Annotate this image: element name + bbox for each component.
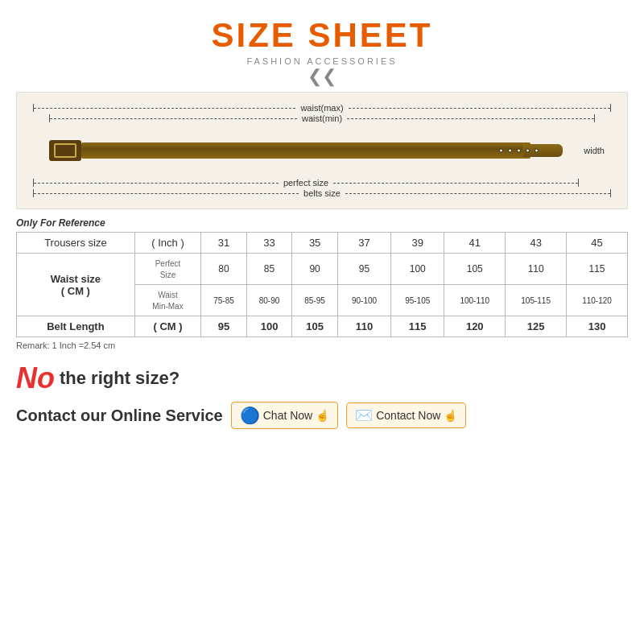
ps-100: 100 <box>391 254 444 285</box>
wm-95-105: 95-105 <box>391 285 444 316</box>
remark-text: Remark: 1 Inch =2.54 cm <box>16 341 628 350</box>
bottom-section: No the right size? Contact our Online Se… <box>16 361 628 429</box>
ps-85: 85 <box>246 254 292 285</box>
wm-110-120: 110-120 <box>567 285 628 316</box>
wm-105-115: 105-115 <box>506 285 567 316</box>
bl-130: 130 <box>567 316 628 337</box>
no-text: No <box>16 361 55 395</box>
hand-icon-contact: ☝ <box>444 409 457 422</box>
size-39: 39 <box>391 233 444 254</box>
belts-size-label: belts size <box>299 188 345 198</box>
bl-115: 115 <box>391 316 444 337</box>
trousers-size-cell: Trousers size <box>17 233 135 254</box>
perfect-size-row: Waist size( CM ) PerfectSize 80 85 90 95… <box>17 254 628 285</box>
ps-95: 95 <box>337 254 390 285</box>
page-title: SIZE SHEET <box>211 16 432 55</box>
bl-95: 95 <box>201 316 247 337</box>
waist-min-line: waist(min) <box>49 114 595 123</box>
waist-max-line: waist(max) <box>33 103 611 113</box>
size-37: 37 <box>337 233 390 254</box>
ps-105: 105 <box>444 254 506 285</box>
size-table: Trousers size ( Inch ) 31 33 35 37 39 41… <box>16 232 628 337</box>
belt-diagram: waist(max) waist(min) width <box>16 92 628 209</box>
belt-holes <box>499 149 539 153</box>
perfect-size-sub: PerfectSize <box>134 254 200 285</box>
ps-80: 80 <box>201 254 247 285</box>
size-35: 35 <box>292 233 338 254</box>
no-size-label: the right size? <box>60 368 180 389</box>
mail-icon: ✉️ <box>355 407 373 424</box>
ps-115: 115 <box>567 254 628 285</box>
belt-length-cm: ( CM ) <box>134 316 200 337</box>
belt-visual: width <box>33 126 611 175</box>
only-ref-text: Only For Reference <box>16 217 628 229</box>
contact-label: Contact our Online Service <box>16 407 223 425</box>
ps-90: 90 <box>292 254 338 285</box>
table-section: Only For Reference Trousers size ( Inch … <box>16 217 628 350</box>
wm-90-100: 90-100 <box>337 285 390 316</box>
chat-now-label: Chat Now <box>263 409 312 422</box>
subtitle: FASHION ACCESSORIES <box>246 56 397 66</box>
perfect-size-line: perfect size <box>33 178 579 188</box>
belt-buckle <box>49 140 81 161</box>
waist-min-label: waist(min) <box>297 114 347 123</box>
bl-120: 120 <box>444 316 506 337</box>
inch-cell: ( Inch ) <box>134 233 200 254</box>
wm-80-90: 80-90 <box>246 285 292 316</box>
bl-110: 110 <box>337 316 390 337</box>
waist-minmax-sub: WaistMin-Max <box>134 285 200 316</box>
size-33: 33 <box>246 233 292 254</box>
bl-100: 100 <box>246 316 292 337</box>
contact-now-label: Contact Now <box>376 409 440 422</box>
chat-now-button[interactable]: 🔵 Chat Now ☝ <box>231 402 338 429</box>
bl-125: 125 <box>506 316 567 337</box>
contact-now-button[interactable]: ✉️ Contact Now ☝ <box>346 402 466 428</box>
belt-length-row: Belt Length ( CM ) 95 100 105 110 115 12… <box>17 316 628 337</box>
no-size-row: No the right size? <box>16 361 628 395</box>
chat-icon: 🔵 <box>240 406 260 425</box>
wm-100-110: 100-110 <box>444 285 506 316</box>
width-label: width <box>584 146 605 155</box>
belts-size-line: belts size <box>33 188 611 198</box>
size-31: 31 <box>201 233 247 254</box>
trousers-row: Trousers size ( Inch ) 31 33 35 37 39 41… <box>17 233 628 254</box>
ps-110: 110 <box>506 254 567 285</box>
size-41: 41 <box>444 233 506 254</box>
bl-105: 105 <box>292 316 338 337</box>
perfect-size-label: perfect size <box>279 178 333 188</box>
belt-length-label: Belt Length <box>17 316 135 337</box>
size-45: 45 <box>567 233 628 254</box>
size-43: 43 <box>506 233 567 254</box>
waist-max-label: waist(max) <box>295 103 348 113</box>
waist-size-label: Waist size( CM ) <box>17 254 135 316</box>
wm-75-85: 75-85 <box>201 285 247 316</box>
chevron-icon: ❮❮ <box>308 68 336 85</box>
belt-body <box>81 142 530 159</box>
hand-icon-chat: ☝ <box>316 409 329 422</box>
contact-row: Contact our Online Service 🔵 Chat Now ☝ … <box>16 402 628 429</box>
wm-85-95: 85-95 <box>292 285 338 316</box>
